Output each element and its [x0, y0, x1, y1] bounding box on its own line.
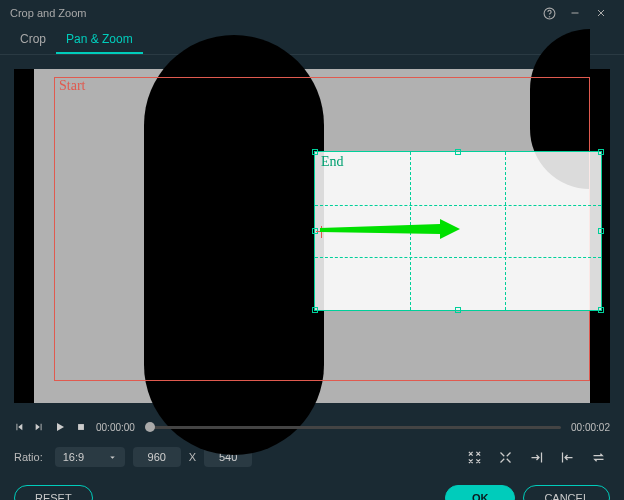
play-icon[interactable]: [54, 421, 66, 433]
x-label: X: [189, 451, 196, 463]
svg-marker-5: [320, 219, 460, 239]
resize-handle[interactable]: [598, 307, 604, 313]
stop-icon[interactable]: [76, 422, 86, 432]
swap-icon[interactable]: [587, 450, 610, 465]
motion-arrow-icon: [320, 219, 465, 239]
current-time: 00:00:00: [96, 422, 135, 433]
align-end-icon[interactable]: [525, 450, 548, 465]
ok-button[interactable]: OK: [445, 485, 516, 500]
seek-thumb[interactable]: [145, 422, 155, 432]
next-frame-icon[interactable]: [34, 422, 44, 432]
width-input[interactable]: 960: [133, 447, 181, 467]
titlebar: Crop and Zoom: [0, 0, 624, 26]
fit-icon[interactable]: [463, 450, 486, 465]
resize-handle[interactable]: [598, 149, 604, 155]
end-time: 00:00:02: [571, 422, 610, 433]
ratio-label: Ratio:: [14, 451, 43, 463]
expand-icon[interactable]: [494, 450, 517, 465]
ratio-select[interactable]: 16:9: [55, 447, 125, 467]
help-icon[interactable]: [536, 0, 562, 26]
chevron-down-icon: [108, 453, 117, 462]
close-icon[interactable]: [588, 0, 614, 26]
resize-handle[interactable]: [312, 149, 318, 155]
window-title: Crop and Zoom: [10, 7, 536, 19]
seek-slider[interactable]: [145, 426, 561, 429]
end-label: End: [321, 154, 344, 170]
resize-handle[interactable]: [598, 228, 604, 234]
tabs: Crop Pan & Zoom: [0, 26, 624, 55]
minimize-icon[interactable]: [562, 0, 588, 26]
tab-crop[interactable]: Crop: [10, 26, 56, 54]
resize-handle[interactable]: [312, 307, 318, 313]
cancel-button[interactable]: CANCEL: [523, 485, 610, 500]
svg-point-1: [549, 16, 550, 17]
prev-frame-icon[interactable]: [14, 422, 24, 432]
grid-line: [505, 152, 506, 310]
grid-line: [315, 257, 601, 258]
start-label: Start: [59, 78, 85, 94]
video-canvas[interactable]: Start End: [14, 69, 610, 403]
align-start-icon[interactable]: [556, 450, 579, 465]
grid-line: [315, 205, 601, 206]
reset-button[interactable]: RESET: [14, 485, 93, 500]
svg-rect-6: [78, 424, 84, 430]
ratio-row: Ratio: 16:9 960 X 540: [0, 439, 624, 475]
footer: RESET OK CANCEL: [0, 475, 624, 500]
resize-handle[interactable]: [455, 149, 461, 155]
ratio-value: 16:9: [63, 451, 84, 463]
resize-handle[interactable]: [455, 307, 461, 313]
preview-area: Start End: [0, 55, 624, 417]
tab-pan-zoom[interactable]: Pan & Zoom: [56, 26, 143, 54]
playback-bar: 00:00:00 00:00:02: [0, 417, 624, 439]
